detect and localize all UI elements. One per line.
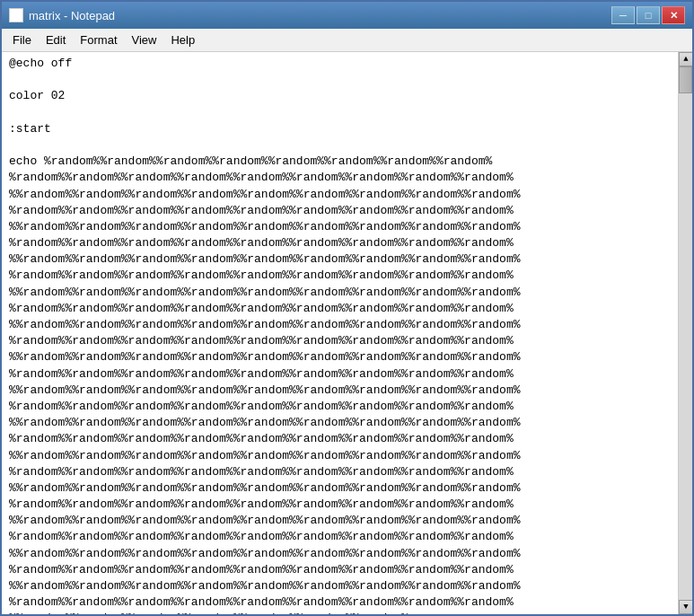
- scroll-track[interactable]: [679, 66, 692, 600]
- menu-edit[interactable]: Edit: [39, 31, 73, 50]
- scrollbar[interactable]: ▲ ▼: [678, 52, 692, 614]
- scroll-up-button[interactable]: ▲: [679, 52, 692, 66]
- window-title: matrix - Notepad: [29, 9, 115, 22]
- title-bar-buttons: ─ □ ✕: [611, 6, 685, 24]
- menu-help[interactable]: Help: [163, 31, 202, 50]
- notepad-window: matrix - Notepad ─ □ ✕ File Edit Format …: [0, 0, 694, 616]
- close-button[interactable]: ✕: [662, 6, 685, 24]
- menu-view[interactable]: View: [125, 31, 164, 50]
- title-bar-left: matrix - Notepad: [9, 8, 115, 22]
- notepad-icon: [9, 8, 23, 22]
- scroll-down-button[interactable]: ▼: [679, 600, 692, 614]
- minimize-button[interactable]: ─: [611, 6, 635, 24]
- maximize-button[interactable]: □: [637, 6, 660, 24]
- menu-bar: File Edit Format View Help: [2, 29, 692, 52]
- menu-format[interactable]: Format: [73, 31, 124, 50]
- editor-area: @echo off color 02 :start echo %random%%…: [2, 52, 692, 614]
- menu-file[interactable]: File: [5, 31, 39, 50]
- title-bar: matrix - Notepad ─ □ ✕: [2, 2, 692, 29]
- text-editor[interactable]: @echo off color 02 :start echo %random%%…: [2, 52, 678, 614]
- scroll-thumb[interactable]: [679, 66, 692, 93]
